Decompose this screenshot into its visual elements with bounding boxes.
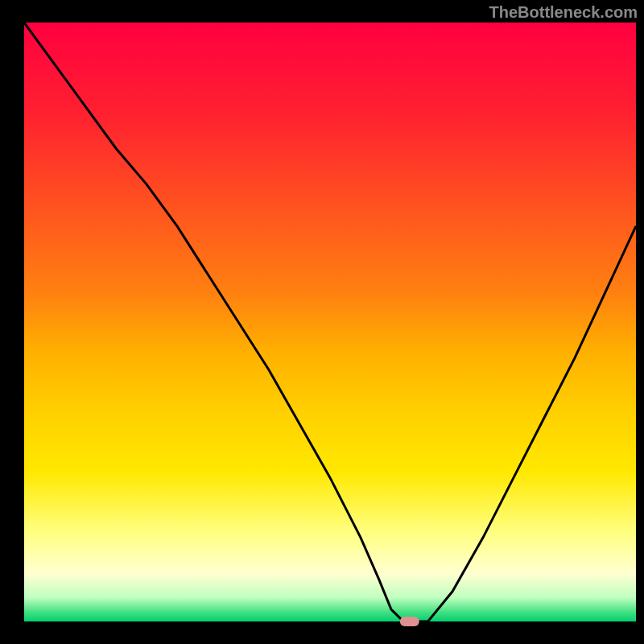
optimal-marker bbox=[400, 617, 419, 626]
bottleneck-chart bbox=[0, 0, 644, 644]
chart-svg bbox=[0, 0, 644, 644]
plot-background bbox=[24, 23, 636, 621]
watermark-text: TheBottleneck.com bbox=[489, 3, 638, 22]
